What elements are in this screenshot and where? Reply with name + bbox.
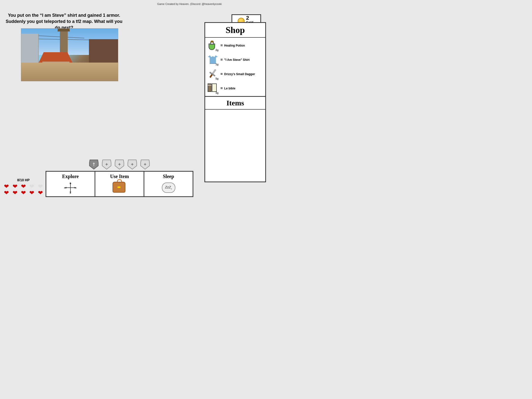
sleep-label: Sleep xyxy=(145,174,192,179)
potion-icon: 2g xyxy=(207,40,219,51)
shop-item-potion[interactable]: 2g = Healing Potion xyxy=(207,40,263,51)
shield-empty-3-icon: + xyxy=(127,159,138,170)
svg-text:+: + xyxy=(105,162,108,167)
svg-text:+: + xyxy=(118,162,121,167)
shirt-name: "I Am Steve" Shirt xyxy=(224,58,249,62)
heart-2: ❤ xyxy=(11,183,19,189)
shirt-icon: 1g xyxy=(207,54,219,66)
use-item-label: Use Item xyxy=(96,174,143,179)
action-buttons: Explore N E S W Us xyxy=(46,171,193,197)
shop-title: Shop xyxy=(205,23,265,38)
sleep-icon: ZzZz xyxy=(145,181,192,194)
shield-filled-icon: † xyxy=(88,159,99,170)
shop-items-list: 2g = Healing Potion 1g = "I Am Steve" Sh… xyxy=(205,38,265,99)
bible-icon: Bible 3g xyxy=(207,83,219,94)
equals-icon: = xyxy=(220,58,223,62)
hp-section: 8/10 HP ❤ ❤ ❤ ❤ ❤ ❤ ❤ ❤ ❤ ❤ xyxy=(2,178,44,196)
dagger-icon: 5g xyxy=(207,68,219,80)
shield-empty-1-icon: + xyxy=(101,159,112,170)
heart-10: ❤ xyxy=(36,190,44,196)
dagger-name: Drizzy's Small Dagger xyxy=(224,72,255,76)
heart-1: ❤ xyxy=(2,183,10,189)
shield-empty-2-icon: + xyxy=(114,159,125,170)
explore-icon: N E S W xyxy=(47,181,94,194)
potion-name: Healing Potion xyxy=(224,44,245,47)
armor-row: † + + + + xyxy=(46,159,193,170)
shop-item-shirt[interactable]: 1g = "I Am Steve" Shirt xyxy=(207,54,263,66)
action-bar: † + + + + xyxy=(46,159,193,197)
svg-text:†: † xyxy=(93,162,95,167)
equals-icon: = xyxy=(220,72,223,76)
bible-name: Le bible xyxy=(224,87,235,90)
items-panel: Items xyxy=(204,96,266,182)
items-content xyxy=(205,110,265,159)
svg-text:+: + xyxy=(144,162,147,167)
items-title: Items xyxy=(205,97,265,110)
credit-text: Game Created by Heaven. (Discord: @heave… xyxy=(157,2,222,5)
heart-3: ❤ xyxy=(19,183,27,189)
sleep-button[interactable]: Sleep ZzZz xyxy=(144,172,193,196)
bible-price: 3g xyxy=(216,92,218,94)
use-item-button[interactable]: Use Item xyxy=(95,172,144,196)
hearts-grid: ❤ ❤ ❤ ❤ ❤ ❤ ❤ ❤ ❤ ❤ xyxy=(2,183,44,196)
svg-text:+: + xyxy=(131,162,134,167)
game-image xyxy=(21,28,118,81)
dagger-price: 5g xyxy=(216,77,218,80)
shop-item-dagger[interactable]: 5g = Drizzy's Small Dagger xyxy=(207,68,263,80)
heart-7: ❤ xyxy=(11,190,19,196)
shop-item-bible[interactable]: Bible 3g = Le bible xyxy=(207,83,263,94)
explore-button[interactable]: Explore N E S W xyxy=(46,172,95,196)
heart-6: ❤ xyxy=(2,190,10,196)
potion-price: 2g xyxy=(216,49,218,51)
shield-empty-4-icon: + xyxy=(140,159,150,170)
heart-4: ❤ xyxy=(28,183,36,189)
equals-icon: = xyxy=(220,43,223,48)
heart-8: ❤ xyxy=(19,190,27,196)
bag-icon xyxy=(96,181,143,194)
gold-amount: 2 xyxy=(246,15,249,21)
hp-label: 8/10 HP xyxy=(2,178,44,182)
heart-5: ❤ xyxy=(36,183,44,189)
explore-label: Explore xyxy=(47,174,94,179)
heart-9: ❤ xyxy=(28,190,36,196)
shirt-price: 1g xyxy=(216,63,218,66)
equals-icon: = xyxy=(220,86,223,91)
